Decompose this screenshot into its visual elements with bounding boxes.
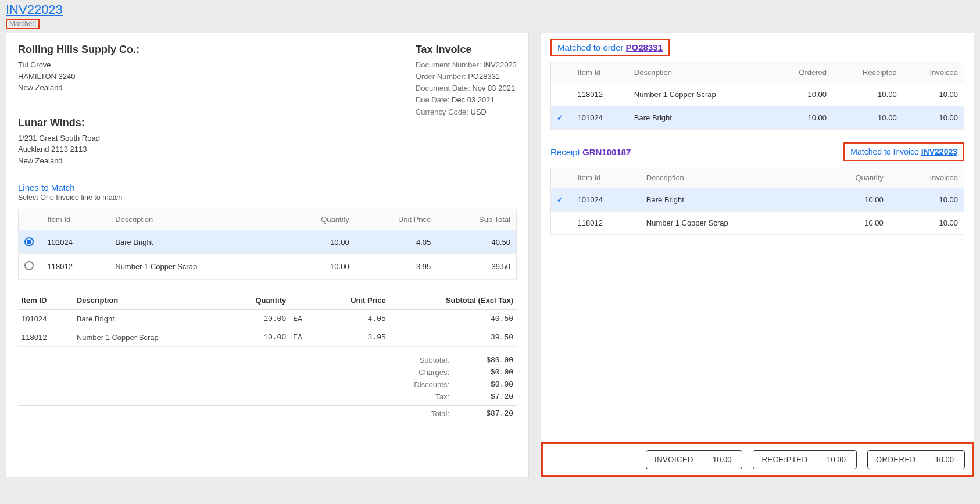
metric-receipted-label: RECEIPTED — [753, 451, 816, 469]
customer-addr1: 1/231 Great South Road — [18, 133, 140, 144]
check-icon: ✓ — [557, 113, 563, 122]
matched-inv-prefix: Matched to Invoice — [850, 147, 921, 156]
po-col-invoiced: Invoiced — [903, 62, 964, 83]
po-lines-table: Item Id Description Ordered Receipted In… — [550, 62, 964, 130]
metric-invoiced-value: 10.00 — [702, 451, 742, 469]
metric-ordered: ORDERED 10.00 — [867, 450, 965, 469]
cell-unit: 3.95 — [355, 254, 437, 280]
po-col-desc: Description — [628, 62, 772, 83]
cell-unit: 3.95 — [317, 328, 389, 347]
metric-receipted: RECEIPTED 10.00 — [753, 450, 856, 469]
subtotal-value: $80.00 — [467, 356, 513, 364]
cell-uom: EA — [289, 328, 317, 347]
cell-uom: EA — [289, 310, 317, 328]
doc-no-value: INV22023 — [483, 60, 517, 69]
po-col-ordered: Ordered — [772, 62, 832, 83]
metric-receipted-value: 10.00 — [816, 451, 856, 469]
matched-to-invoice-box: Matched to Invoice INV22023 — [843, 142, 964, 161]
due-date-label: Due Date: — [416, 95, 450, 104]
discounts-value: $0.00 — [467, 380, 513, 389]
metric-invoiced: INVOICED 10.00 — [646, 450, 742, 469]
check-icon: ✓ — [557, 195, 563, 204]
invoice-link[interactable]: INV22023 — [6, 2, 63, 17]
cell-unit: 4.05 — [317, 310, 389, 328]
lines-to-match-title: Lines to Match — [18, 183, 517, 192]
summary-row: 101024 Bare Bright 10.00 EA 4.05 40.50 — [18, 310, 517, 328]
cell-sub: 40.50 — [437, 230, 516, 254]
cell-item: 118012 — [18, 328, 73, 347]
receipt-lines-table: Item Id Description Quantity Invoiced ✓ … — [550, 167, 964, 235]
cell-qty: 10.00 — [282, 254, 355, 280]
scol-desc: Description — [73, 291, 226, 310]
footer-metrics: INVOICED 10.00 RECEIPTED 10.00 ORDERED 1… — [541, 442, 974, 477]
customer-addr2: Auckland 2113 2113 — [18, 144, 140, 155]
receipt-prefix: Receipt — [550, 147, 582, 157]
matched-inv-link[interactable]: INV22023 — [921, 147, 957, 156]
po-row[interactable]: 118012 Number 1 Copper Scrap 10.00 10.00… — [551, 83, 964, 106]
cell-sub: 39.50 — [389, 328, 517, 347]
cell-invoiced: 10.00 — [889, 188, 964, 212]
invoice-line-row[interactable]: 118012 Number 1 Copper Scrap 10.00 3.95 … — [19, 254, 517, 280]
tax-label: Tax: — [397, 392, 449, 401]
receipt-row[interactable]: ✓ 101024 Bare Bright 10.00 10.00 — [551, 188, 964, 212]
cell-item: 101024 — [18, 310, 73, 328]
cell-desc: Bare Bright — [628, 106, 772, 130]
doc-no-label: Document Number: — [416, 60, 481, 69]
radio-icon[interactable] — [24, 261, 34, 270]
cell-sub: 40.50 — [389, 310, 517, 328]
po-col-item: Item Id — [572, 62, 628, 83]
col-sub: Sub Total — [437, 209, 516, 230]
scol-sub: Subtotal (Excl Tax) — [389, 291, 517, 310]
cell-qty: 10.00 — [815, 188, 889, 212]
cell-desc: Number 1 Copper Scrap — [73, 328, 226, 347]
cell-item: 118012 — [42, 254, 110, 280]
discounts-label: Discounts: — [397, 380, 449, 389]
col-desc: Description — [109, 209, 281, 230]
scol-unit: Unit Price — [317, 291, 389, 310]
totals-block: Subtotal:$80.00 Charges:$0.00 Discounts:… — [18, 354, 517, 420]
total-label: Total: — [397, 409, 449, 418]
order-no-value: PO28331 — [468, 72, 500, 81]
po-link[interactable]: PO28331 — [626, 42, 663, 52]
metric-invoiced-label: INVOICED — [646, 451, 702, 469]
scol-qty: Quantity — [225, 291, 289, 310]
charges-label: Charges: — [397, 368, 449, 377]
invoice-line-row[interactable]: 101024 Bare Bright 10.00 4.05 40.50 — [19, 230, 517, 254]
rc-col-desc: Description — [641, 167, 815, 188]
cell-ordered: 10.00 — [772, 83, 832, 106]
cell-receipted: 10.00 — [832, 83, 903, 106]
supplier-name: Rolling Hills Supply Co.: — [18, 44, 140, 56]
cell-qty: 10.00 — [225, 328, 289, 347]
receipt-link[interactable]: GRN100187 — [582, 147, 631, 157]
cell-invoiced: 10.00 — [903, 83, 964, 106]
currency-value: USD — [471, 108, 487, 116]
cell-invoiced: 10.00 — [903, 106, 964, 130]
matched-to-order-box: Matched to order PO28331 — [550, 39, 670, 56]
doc-date-label: Document Date: — [416, 84, 470, 92]
receipt-label: Receipt GRN100187 — [550, 147, 631, 157]
scol-item: Item ID — [18, 291, 73, 310]
supplier-addr3: New Zealand — [18, 82, 140, 94]
rc-col-invoiced: Invoiced — [889, 167, 964, 188]
cell-desc: Bare Bright — [73, 310, 226, 328]
receipt-row[interactable]: 118012 Number 1 Copper Scrap 10.00 10.00 — [551, 212, 964, 235]
cell-sub: 39.50 — [437, 254, 516, 280]
cell-invoiced: 10.00 — [889, 212, 964, 235]
due-date-value: Dec 03 2021 — [452, 95, 495, 104]
cell-qty: 10.00 — [815, 212, 889, 235]
cell-item: 118012 — [572, 212, 641, 235]
cell-item: 118012 — [572, 83, 628, 106]
summary-row: 118012 Number 1 Copper Scrap 10.00 EA 3.… — [18, 328, 517, 347]
metric-ordered-label: ORDERED — [868, 451, 925, 469]
po-row[interactable]: ✓ 101024 Bare Bright 10.00 10.00 10.00 — [551, 106, 964, 130]
customer-addr3: New Zealand — [18, 155, 140, 167]
cell-qty: 10.00 — [225, 310, 289, 328]
radio-icon[interactable] — [24, 237, 34, 246]
cell-unit: 4.05 — [355, 230, 437, 254]
invoice-panel: Rolling Hills Supply Co.: Tui Grove HAMI… — [6, 33, 529, 477]
rc-col-qty: Quantity — [815, 167, 889, 188]
invoice-lines-table: Item Id Description Quantity Unit Price … — [18, 209, 517, 280]
cell-ordered: 10.00 — [772, 106, 832, 130]
total-value: $87.20 — [467, 409, 513, 418]
cell-receipted: 10.00 — [832, 106, 903, 130]
